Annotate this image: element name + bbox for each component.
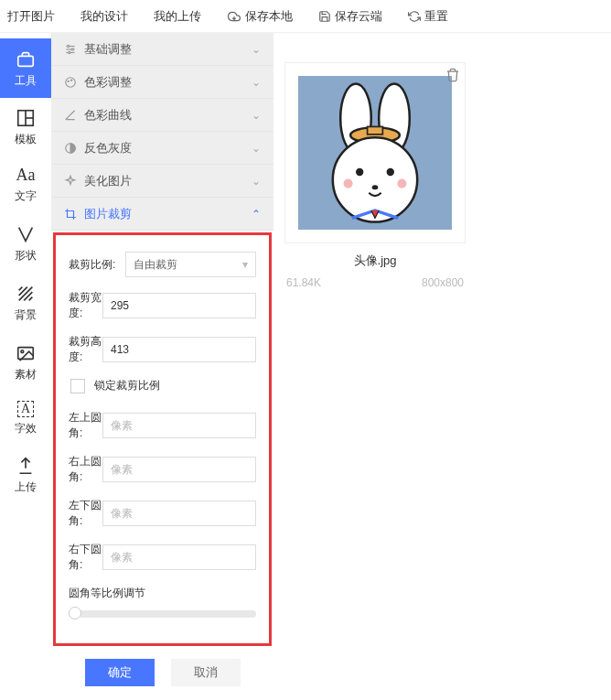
- sidebar-item-material[interactable]: 素材: [0, 332, 51, 392]
- height-label: 裁剪高度:: [69, 334, 102, 365]
- accordion: 基础调整 ⌄ 色彩调整 ⌄ 色彩曲线 ⌄ 反色灰度 ⌄ 美化图片 ⌄ 图片裁剪 …: [51, 33, 273, 231]
- sidebar-item-background[interactable]: 背景: [0, 273, 51, 332]
- svg-point-31: [372, 185, 379, 189]
- acc-curve[interactable]: 色彩曲线 ⌄: [51, 99, 273, 132]
- chevron-down-icon: ⌄: [252, 109, 261, 122]
- contrast-icon: [64, 142, 77, 155]
- lock-ratio-label: 锁定裁剪比例: [94, 378, 160, 393]
- svg-point-10: [21, 350, 24, 352]
- text-icon: Aa: [16, 166, 36, 185]
- caret-down-icon: ▾: [242, 258, 248, 271]
- acc-beautify[interactable]: 美化图片 ⌄: [51, 165, 273, 198]
- chevron-down-icon: ⌄: [252, 175, 261, 188]
- refresh-icon: [408, 10, 421, 23]
- ratio-label: 裁剪比例:: [69, 257, 125, 273]
- svg-line-7: [19, 287, 23, 291]
- br-label: 右下圆角:: [69, 542, 102, 573]
- bl-input[interactable]: [102, 501, 256, 526]
- bl-label: 左下圆角:: [69, 498, 102, 529]
- svg-point-29: [344, 179, 353, 188]
- menu-save-cloud[interactable]: 保存云端: [318, 8, 382, 25]
- sidebar-item-text[interactable]: Aa 文字: [0, 156, 51, 213]
- width-label: 裁剪宽度:: [69, 290, 102, 321]
- svg-point-19: [71, 80, 72, 81]
- sidebar-item-upload[interactable]: 上传: [0, 446, 51, 505]
- tool-panel: 基础调整 ⌄ 色彩调整 ⌄ 色彩曲线 ⌄ 反色灰度 ⌄ 美化图片 ⌄ 图片裁剪 …: [51, 33, 273, 700]
- svg-line-8: [29, 297, 33, 301]
- sidebar-item-text-effect[interactable]: A 字效: [0, 392, 51, 446]
- sidebar-item-template[interactable]: 模板: [0, 98, 51, 157]
- texteffect-icon: A: [17, 401, 34, 417]
- save-icon: [318, 10, 331, 23]
- svg-rect-0: [18, 56, 34, 66]
- corner-slider[interactable]: [69, 610, 256, 618]
- image-thumbnail[interactable]: [284, 62, 466, 243]
- layout-icon: [16, 107, 36, 129]
- sidebar-item-tools[interactable]: 工具: [0, 38, 51, 98]
- acc-basic[interactable]: 基础调整 ⌄: [51, 33, 273, 66]
- menu-reset[interactable]: 重置: [408, 8, 448, 25]
- svg-point-16: [69, 51, 70, 53]
- shape-icon: [16, 222, 36, 244]
- menu-open-image[interactable]: 打开图片: [7, 8, 55, 25]
- sliders-icon: [64, 43, 77, 56]
- image-card: 头像.jpg 61.84K 800x800: [284, 62, 466, 289]
- image-icon: [16, 341, 36, 363]
- chevron-down-icon: ⌄: [252, 76, 261, 89]
- bunny-image: [298, 76, 452, 230]
- ratio-select[interactable]: 自由裁剪 ▾: [125, 252, 256, 277]
- menu-save-local[interactable]: 保存本地: [227, 8, 293, 25]
- crop-icon: [64, 208, 77, 221]
- tl-label: 左上圆角:: [69, 410, 102, 441]
- tr-label: 右上圆角:: [69, 454, 102, 485]
- chevron-down-icon: ⌄: [252, 142, 261, 155]
- upload-icon: [16, 455, 36, 477]
- confirm-button[interactable]: 确定: [85, 659, 155, 686]
- top-menu: 打开图片 我的设计 我的上传 保存本地 保存云端 重置: [0, 0, 611, 33]
- menu-my-upload[interactable]: 我的上传: [154, 8, 201, 25]
- tr-input[interactable]: [102, 457, 256, 482]
- tl-input[interactable]: [102, 413, 256, 438]
- sidebar-item-shape[interactable]: 形状: [0, 213, 51, 273]
- svg-rect-25: [368, 126, 383, 134]
- crop-form: 裁剪比例: 自由裁剪 ▾ 裁剪宽度: 裁剪高度: 锁定裁剪比例: [53, 232, 272, 646]
- toolbox-icon: [16, 48, 36, 70]
- image-size: 61.84K: [286, 276, 321, 289]
- acc-color[interactable]: 色彩调整 ⌄: [51, 66, 273, 99]
- cancel-button[interactable]: 取消: [171, 659, 241, 686]
- cloud-down-icon: [227, 10, 241, 23]
- canvas-area: 头像.jpg 61.84K 800x800: [273, 33, 611, 700]
- slider-label: 圆角等比例调节: [69, 586, 256, 601]
- curve-icon: [64, 109, 77, 122]
- width-input[interactable]: [102, 293, 256, 318]
- image-dimensions: 800x800: [422, 276, 464, 289]
- acc-invert[interactable]: 反色灰度 ⌄: [51, 132, 273, 165]
- sparkle-icon: [64, 175, 77, 188]
- slider-thumb[interactable]: [69, 607, 81, 619]
- menu-my-design[interactable]: 我的设计: [80, 8, 128, 25]
- chevron-down-icon: ⌄: [252, 43, 261, 56]
- svg-point-18: [68, 81, 69, 81]
- svg-point-27: [356, 168, 363, 176]
- sidebar: 工具 模板 Aa 文字 形状 背景 素材 A 字效 上传: [0, 33, 51, 700]
- height-input[interactable]: [102, 337, 256, 362]
- lock-ratio-checkbox[interactable]: [70, 379, 85, 393]
- svg-point-28: [387, 168, 394, 176]
- image-name: 头像.jpg: [284, 253, 466, 269]
- svg-point-17: [66, 77, 76, 87]
- svg-point-15: [71, 48, 73, 49]
- hatch-icon: [16, 282, 36, 304]
- br-input[interactable]: [102, 544, 256, 570]
- svg-point-30: [397, 179, 406, 188]
- svg-point-14: [68, 45, 70, 47]
- acc-crop[interactable]: 图片裁剪 ⌃: [51, 198, 273, 231]
- delete-icon[interactable]: [445, 68, 460, 82]
- palette-icon: [64, 76, 77, 89]
- chevron-up-icon: ⌃: [252, 208, 261, 221]
